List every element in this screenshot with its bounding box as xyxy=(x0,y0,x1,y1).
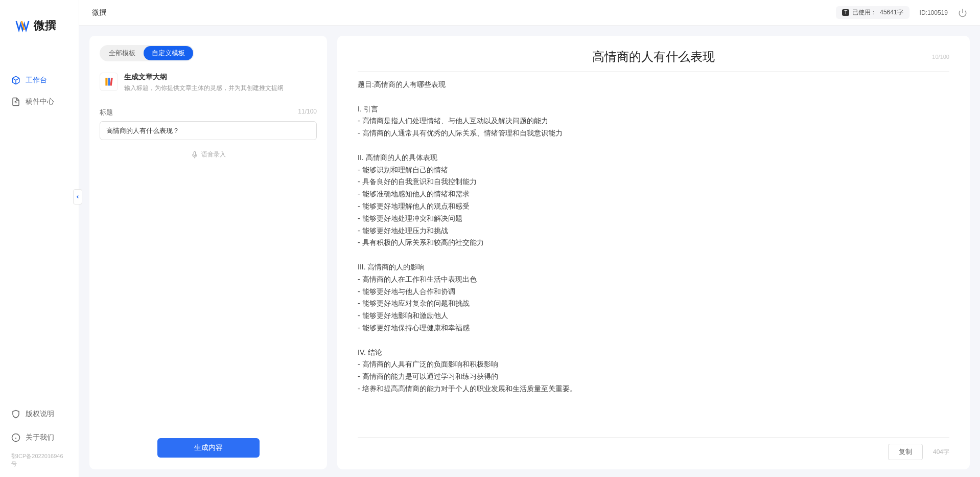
usage-value: 45641字 xyxy=(880,8,903,17)
cube-icon xyxy=(11,76,20,85)
nav-copyright[interactable]: 版权说明 xyxy=(5,405,74,423)
svg-rect-7 xyxy=(108,78,110,86)
usage-indicator[interactable]: T 已使用： 45641字 xyxy=(836,6,909,19)
svg-rect-8 xyxy=(110,78,112,85)
title-input[interactable] xyxy=(100,121,317,140)
output-word-count: 404字 xyxy=(933,448,949,457)
chevron-left-icon xyxy=(75,194,80,199)
tab-custom-templates[interactable]: 自定义模板 xyxy=(144,46,193,60)
input-panel: 全部模板 自定义模板 生成文章大纲 输入标题，为你提供文章主体的灵感，并为其创建… xyxy=(89,36,327,469)
nav-drafts[interactable]: 稿件中心 xyxy=(5,93,74,110)
sidebar-collapse-handle[interactable] xyxy=(73,189,82,205)
nav-label: 关于我们 xyxy=(26,433,54,442)
mic-icon xyxy=(191,151,198,158)
generate-button[interactable]: 生成内容 xyxy=(157,438,260,458)
page-title: 微撰 xyxy=(92,8,106,17)
template-info: 生成文章大纲 输入标题，为你提供文章主体的灵感，并为其创建推文提纲 xyxy=(100,73,317,93)
template-desc: 输入标题，为你提供文章主体的灵感，并为其创建推文提纲 xyxy=(124,84,284,93)
output-title-count: 10/100 xyxy=(932,54,949,60)
output-title: 高情商的人有什么表现 xyxy=(358,49,949,65)
nav-about[interactable]: 关于我们 xyxy=(5,429,74,446)
shield-icon xyxy=(11,410,20,419)
output-body: 题目:高情商的人有哪些表现 I. 引言 - 高情商是指人们处理情绪、与他人互动以… xyxy=(358,79,949,437)
copy-button[interactable]: 复制 xyxy=(888,444,923,460)
info-icon xyxy=(11,433,20,442)
document-icon xyxy=(11,97,20,106)
nav-label: 工作台 xyxy=(26,76,47,85)
logo: 微撰 xyxy=(0,0,79,43)
field-char-count: 11/100 xyxy=(298,108,317,117)
books-icon xyxy=(104,77,114,87)
field-label: 标题 xyxy=(100,108,113,117)
icp-text: 鄂ICP备2022016946号 xyxy=(5,452,74,472)
template-icon xyxy=(100,73,118,91)
nav-label: 稿件中心 xyxy=(26,97,54,106)
nav-workspace[interactable]: 工作台 xyxy=(5,72,74,89)
tab-all-templates[interactable]: 全部模板 xyxy=(101,46,144,60)
sidebar: 微撰 工作台 稿件中心 版权说明 关于我们 鄂ICP备2022016946号 xyxy=(0,0,79,477)
logo-text: 微撰 xyxy=(34,18,56,33)
nav-label: 版权说明 xyxy=(26,410,54,419)
user-id: ID:100519 xyxy=(920,9,948,16)
template-tabs: 全部模板 自定义模板 xyxy=(100,45,194,61)
power-icon[interactable] xyxy=(958,8,967,17)
output-panel: 高情商的人有什么表现 10/100 题目:高情商的人有哪些表现 I. 引言 - … xyxy=(337,36,970,469)
usage-prefix: 已使用： xyxy=(852,8,877,17)
voice-label: 语音录入 xyxy=(201,150,226,159)
voice-input-button[interactable]: 语音录入 xyxy=(100,150,317,159)
top-bar: 微撰 T 已使用： 45641字 ID:100519 xyxy=(79,0,980,26)
usage-badge-icon: T xyxy=(842,9,849,16)
svg-rect-6 xyxy=(105,78,107,86)
logo-icon xyxy=(15,18,30,33)
template-title: 生成文章大纲 xyxy=(124,73,284,82)
